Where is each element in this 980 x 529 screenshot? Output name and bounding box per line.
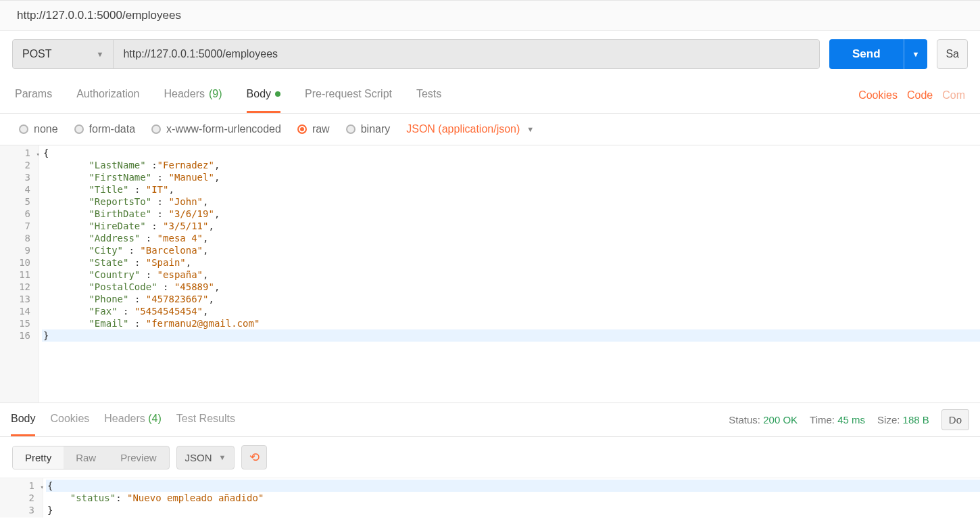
response-tab-results[interactable]: Test Results [176, 403, 235, 436]
cookies-link[interactable]: Cookies [858, 89, 898, 101]
tab-headers[interactable]: Headers (9) [164, 77, 222, 113]
response-format-value: JSON [185, 452, 212, 463]
word-wrap-button[interactable]: ⟲ [241, 445, 267, 469]
response-meta: Status: 200 OK Time: 45 ms Size: 188 B D… [729, 409, 969, 430]
save-button[interactable]: Sa [937, 39, 968, 69]
body-type-row: none form-data x-www-form-urlencoded raw… [0, 114, 980, 145]
editor-gutter: 123 [0, 478, 43, 518]
editor-code[interactable]: { "LastName" :"Fernadez", "FirstName" : … [39, 145, 980, 402]
radio-icon [151, 124, 161, 134]
request-tabs: Params Authorization Headers (9) Body Pr… [0, 77, 980, 114]
body-type-binary[interactable]: binary [346, 123, 391, 135]
view-pretty[interactable]: Pretty [13, 446, 64, 469]
response-toolbar: Pretty Raw Preview JSON ▼ ⟲ [0, 437, 980, 478]
body-type-none[interactable]: none [19, 123, 58, 135]
request-tabs-left: Params Authorization Headers (9) Body Pr… [15, 77, 441, 113]
body-type-x-www[interactable]: x-www-form-urlencoded [151, 123, 281, 135]
tab-authorization[interactable]: Authorization [76, 77, 139, 113]
request-body-editor[interactable]: 12345678910111213141516 { "LastName" :"F… [0, 145, 980, 402]
send-button[interactable]: Send [829, 39, 904, 69]
chevron-down-icon: ▼ [97, 50, 104, 58]
request-tabs-right: Cookies Code Com [858, 77, 965, 113]
http-method-value: POST [22, 48, 52, 60]
radio-icon [346, 124, 356, 134]
request-row: POST ▼ Send ▼ Sa [0, 31, 980, 77]
status-label: Status: 200 OK [729, 414, 798, 426]
tab-body-label: Body [247, 88, 271, 100]
response-tab-headers-count: (4) [148, 413, 162, 424]
response-header-row: Body Cookies Headers (4) Test Results St… [0, 402, 980, 437]
view-preview[interactable]: Preview [108, 446, 168, 469]
tab-body[interactable]: Body [247, 77, 280, 113]
code-link[interactable]: Code [907, 89, 933, 101]
download-button[interactable]: Do [941, 409, 969, 430]
content-type-select[interactable]: JSON (application/json) ▼ [406, 123, 534, 135]
tab-prerequest[interactable]: Pre-request Script [305, 77, 392, 113]
request-url-input[interactable] [114, 40, 819, 68]
radio-icon [297, 124, 307, 134]
response-body-editor: 123 { "status": "Nuevo empleado añadido"… [0, 478, 980, 518]
radio-icon [19, 124, 28, 134]
chevron-down-icon: ▼ [526, 125, 534, 133]
editor-gutter: 12345678910111213141516 [0, 145, 39, 402]
time-value: 45 ms [837, 414, 865, 426]
radio-icon [74, 124, 84, 134]
chevron-down-icon: ▼ [912, 50, 920, 58]
send-button-group: Send ▼ [829, 39, 927, 69]
comments-link[interactable]: Com [942, 89, 965, 101]
status-value: 200 OK [763, 414, 798, 426]
view-raw[interactable]: Raw [64, 446, 108, 469]
response-format-select[interactable]: JSON ▼ [176, 446, 235, 469]
content-type-value: JSON (application/json) [406, 123, 520, 135]
body-indicator-icon [275, 91, 280, 97]
http-method-select[interactable]: POST ▼ [13, 40, 114, 68]
wrap-icon: ⟲ [249, 450, 260, 465]
view-mode-segment: Pretty Raw Preview [12, 446, 170, 469]
body-type-raw[interactable]: raw [297, 123, 330, 135]
tab-headers-count: (9) [209, 88, 222, 100]
size-value: 188 B [903, 414, 929, 426]
size-label: Size: 188 B [877, 414, 929, 426]
method-url-group: POST ▼ [12, 39, 820, 69]
response-tab-headers-label: Headers [104, 413, 145, 424]
request-title: http://127.0.0.1:5000/employees [17, 9, 181, 22]
send-dropdown[interactable]: ▼ [904, 39, 928, 69]
chevron-down-icon: ▼ [219, 453, 226, 461]
time-label: Time: 45 ms [810, 414, 865, 426]
tab-tests[interactable]: Tests [416, 77, 441, 113]
response-tab-headers[interactable]: Headers (4) [104, 403, 162, 436]
response-tabs: Body Cookies Headers (4) Test Results [11, 403, 235, 436]
response-tab-body[interactable]: Body [11, 403, 35, 436]
response-tab-cookies[interactable]: Cookies [50, 403, 89, 436]
tab-headers-label: Headers [164, 88, 205, 100]
request-title-bar: http://127.0.0.1:5000/employees [0, 0, 980, 31]
editor-code[interactable]: { "status": "Nuevo empleado añadido"} [43, 478, 980, 518]
tab-params[interactable]: Params [15, 77, 52, 113]
body-type-form-data[interactable]: form-data [74, 123, 135, 135]
